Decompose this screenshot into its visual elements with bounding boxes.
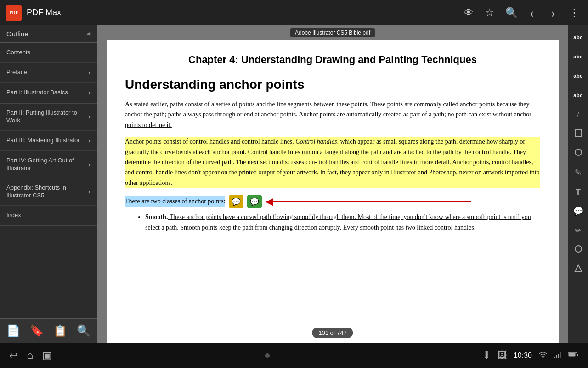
circle-tool-button[interactable] bbox=[570, 145, 587, 161]
sidebar: Outline ◀ Contents Preface › Part I: Ill… bbox=[0, 25, 97, 343]
svg-rect-10 bbox=[577, 354, 578, 356]
home-button[interactable]: ⌂ bbox=[27, 349, 33, 362]
chapter-title: Chapter 4: Understanding Drawing and Pai… bbox=[125, 54, 540, 66]
back-nav-icon[interactable]: ‹ bbox=[524, 3, 540, 23]
wifi-icon bbox=[538, 351, 548, 360]
chevron-right-icon: › bbox=[88, 161, 90, 169]
svg-rect-5 bbox=[554, 356, 555, 358]
bookmark-icon[interactable]: ☆ bbox=[481, 4, 498, 22]
paragraph-3-text: There are two classes of anchor points: bbox=[125, 196, 225, 207]
sys-right: ⬇ 🖼 10:30 bbox=[482, 350, 579, 362]
pen-tool-button[interactable]: / bbox=[570, 106, 587, 123]
outline-header: Outline ◀ bbox=[0, 25, 97, 43]
more-menu-icon[interactable]: ⋮ bbox=[566, 4, 582, 22]
shape-tool-1-button[interactable] bbox=[570, 242, 587, 258]
app-title: PDF Max bbox=[27, 8, 239, 17]
tool-abc-1[interactable]: abc bbox=[570, 29, 587, 46]
image-icon: 🖼 bbox=[497, 350, 507, 362]
sidebar-item-part1[interactable]: Part I: Illustrator Basics › bbox=[0, 83, 97, 103]
bullet-item-smooth: Smooth. These anchor points have a curve… bbox=[145, 212, 540, 233]
svg-point-4 bbox=[543, 357, 544, 358]
pdf-page[interactable]: Chapter 4: Understanding Drawing and Pai… bbox=[107, 40, 559, 343]
arrow-line bbox=[273, 201, 471, 202]
battery-icon bbox=[568, 351, 579, 360]
svg-rect-11 bbox=[569, 353, 576, 356]
sidebar-item-part2[interactable]: Part II: Putting Illustrator to Work › bbox=[0, 104, 97, 131]
app-icon: PDF bbox=[6, 5, 22, 21]
chevron-right-icon: › bbox=[88, 113, 90, 121]
sidebar-item-index[interactable]: Index bbox=[0, 206, 97, 225]
chevron-right-icon: › bbox=[88, 69, 90, 77]
chevron-right-icon: › bbox=[88, 188, 90, 196]
nav-dot bbox=[265, 353, 270, 358]
comment-tool-button[interactable]: 💬 bbox=[570, 203, 587, 219]
chevron-right-icon: › bbox=[88, 89, 90, 97]
sidebar-bottom-toolbar: 📄 🔖 📋 🔍 bbox=[0, 318, 97, 343]
tool-abc-3[interactable]: abc bbox=[570, 68, 587, 84]
sidebar-item-part4[interactable]: Part IV: Getting Art Out of Illustrator … bbox=[0, 151, 97, 178]
recents-button[interactable]: ▣ bbox=[42, 350, 52, 362]
notes-button[interactable]: 📋 bbox=[50, 322, 71, 339]
tool-abc-4[interactable]: abc bbox=[570, 87, 587, 104]
forward-nav-icon[interactable]: › bbox=[545, 3, 561, 23]
pencil-tool-button[interactable]: ✎ bbox=[570, 164, 587, 181]
annotation-row: There are two classes of anchor points: … bbox=[125, 195, 540, 208]
outline-collapse-icon[interactable]: ◀ bbox=[86, 30, 90, 37]
sidebar-item-part3[interactable]: Part III: Mastering Illustrator › bbox=[0, 131, 97, 151]
main-layout: Outline ◀ Contents Preface › Part I: Ill… bbox=[0, 25, 588, 343]
shape-tool-2-button[interactable] bbox=[570, 261, 587, 277]
svg-rect-8 bbox=[560, 352, 561, 358]
svg-marker-3 bbox=[575, 265, 582, 271]
outline-title: Outline bbox=[6, 30, 86, 38]
annotation-bubble-yellow[interactable]: 💬 bbox=[229, 195, 243, 208]
filename-bar: Adobe Illustrator CS5 Bible.pdf bbox=[97, 25, 568, 40]
search-icon[interactable]: 🔍 bbox=[503, 4, 519, 22]
arrow-head-icon: ◀ bbox=[266, 196, 273, 207]
paragraph-2: Anchor points consist of control handles… bbox=[125, 137, 540, 188]
page-indicator: 101 of 747 bbox=[312, 328, 353, 338]
sys-center bbox=[61, 353, 473, 358]
right-toolbar: abc abc abc abc / ✎ T bbox=[568, 25, 588, 343]
annotation-bubble-green[interactable]: 💬 bbox=[247, 195, 262, 208]
system-bar: ↩ ⌂ ▣ ⬇ 🖼 10:30 bbox=[0, 343, 588, 368]
top-bar: PDF PDF Max 👁 ☆ 🔍 ‹ › ⋮ bbox=[0, 0, 588, 25]
section-title: Understanding anchor points bbox=[125, 77, 540, 92]
chapter-divider bbox=[125, 69, 540, 69]
tool-abc-2[interactable]: abc bbox=[570, 48, 587, 65]
find-button[interactable]: 🔍 bbox=[73, 322, 94, 339]
arrow-annotation: ◀ bbox=[266, 196, 471, 207]
back-button[interactable]: ↩ bbox=[9, 350, 17, 362]
system-time: 10:30 bbox=[514, 351, 532, 360]
sidebar-item-contents[interactable]: Contents bbox=[0, 43, 97, 63]
rectangle-tool-button[interactable] bbox=[570, 126, 587, 142]
chevron-right-icon: › bbox=[88, 137, 90, 145]
sidebar-item-appendix[interactable]: Appendix: Shortcuts in Illustrator CS5 › bbox=[0, 178, 97, 206]
pdf-filename: Adobe Illustrator CS5 Bible.pdf bbox=[290, 28, 375, 37]
new-doc-button[interactable]: 📄 bbox=[3, 322, 24, 339]
svg-rect-6 bbox=[556, 355, 557, 358]
paragraph-1: As stated earlier, paths consist of a se… bbox=[125, 99, 540, 130]
sidebar-item-preface[interactable]: Preface › bbox=[0, 63, 97, 83]
svg-point-1 bbox=[575, 149, 582, 155]
text-tool-button[interactable]: T bbox=[570, 184, 587, 200]
download-icon: ⬇ bbox=[482, 350, 491, 362]
svg-rect-7 bbox=[558, 354, 559, 358]
svg-rect-0 bbox=[575, 130, 582, 136]
svg-point-2 bbox=[575, 246, 582, 252]
eye-icon[interactable]: 👁 bbox=[460, 4, 477, 22]
bookmarks-button[interactable]: 🔖 bbox=[26, 322, 47, 339]
signal-icon bbox=[554, 351, 561, 360]
highlight-tool-button[interactable]: ✏ bbox=[570, 222, 587, 239]
pdf-viewer: Adobe Illustrator CS5 Bible.pdf Chapter … bbox=[97, 25, 568, 343]
